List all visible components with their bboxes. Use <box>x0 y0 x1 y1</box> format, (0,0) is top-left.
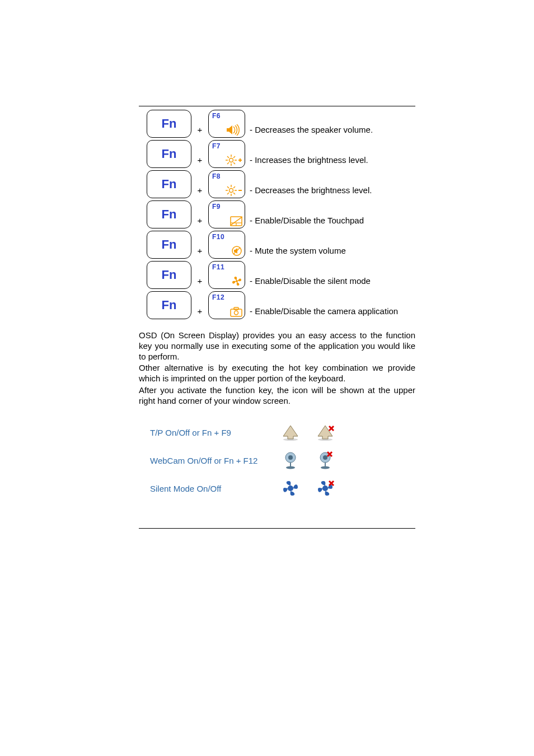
f11-label: F11 <box>212 263 224 271</box>
f10-label: F10 <box>212 233 224 241</box>
svg-point-35 <box>283 438 298 441</box>
svg-point-44 <box>323 455 327 460</box>
webcam-on-osd-icon <box>273 451 308 470</box>
svg-line-18 <box>227 186 229 188</box>
osd-label: Silent Mode On/Off <box>139 484 273 493</box>
f6-description: - Decreases the speaker volume. <box>250 125 373 134</box>
fn-key: Fn <box>147 110 191 138</box>
fn-key: Fn <box>147 140 191 168</box>
plus-sign: + <box>194 125 206 134</box>
bottom-rule <box>139 528 415 529</box>
osd-label: T/P On/Off or Fn + F9 <box>139 428 273 437</box>
key-combo-row: Fn + F12 - Enable/Disable the camera app… <box>139 291 415 319</box>
mute-icon <box>231 245 242 256</box>
silent-on-osd-icon <box>273 480 308 497</box>
plus-sign: + <box>194 246 206 255</box>
svg-line-9 <box>233 156 235 158</box>
key-combo-row: Fn + F11 - Enable/Disable the silent mod… <box>139 261 415 289</box>
svg-line-7 <box>227 156 229 158</box>
f9-description: - Enable/Disable the Touchpad <box>250 216 364 225</box>
camera-icon <box>230 307 242 317</box>
svg-line-20 <box>233 186 235 188</box>
svg-line-10 <box>227 162 229 164</box>
svg-point-42 <box>286 466 295 469</box>
f8-description: - Decreases the brightness level. <box>250 185 372 195</box>
plus-sign: + <box>194 216 206 225</box>
fn-key: Fn <box>147 291 191 319</box>
plus-sign: + <box>194 185 206 195</box>
osd-paragraph-1: OSD (On Screen Display) provides you an … <box>139 330 415 362</box>
fn-key: Fn <box>147 231 191 259</box>
svg-rect-28 <box>234 250 235 252</box>
plus-sign: + <box>194 306 206 316</box>
f11-key: F11 <box>208 261 245 289</box>
f7-description: - Increases the brightness level. <box>250 155 368 165</box>
osd-row: T/P On/Off or Fn + F9 <box>139 418 415 446</box>
brightness-up-icon <box>226 155 242 166</box>
plus-sign: + <box>194 276 206 286</box>
f11-description: - Enable/Disable the silent mode <box>250 276 371 286</box>
svg-point-46 <box>321 466 330 469</box>
svg-line-21 <box>227 193 229 194</box>
osd-paragraph-3: After you activate the function key, the… <box>139 385 415 407</box>
f6-key: F6 <box>208 110 245 138</box>
osd-row: Silent Mode On/Off <box>139 474 415 502</box>
f12-label: F12 <box>212 293 224 301</box>
svg-rect-32 <box>231 309 242 316</box>
webcam-off-osd-icon <box>308 451 343 470</box>
key-combo-row: Fn + F10 - Mute the system volume <box>139 231 415 259</box>
svg-point-31 <box>236 280 238 282</box>
f8-key: F8 <box>208 170 245 198</box>
plus-sign: + <box>194 155 206 165</box>
svg-marker-1 <box>229 125 232 134</box>
fn-key: Fn <box>147 170 191 198</box>
key-combo-row: Fn + F7 <box>139 140 415 168</box>
svg-rect-0 <box>227 128 229 132</box>
touchpad-icon <box>230 216 242 226</box>
f12-description: - Enable/Disable the camera application <box>250 306 398 316</box>
f10-key: F10 <box>208 231 245 259</box>
brightness-down-icon <box>226 185 242 196</box>
key-combo-row: Fn + F6 - Decreases the speaker volume. <box>139 110 415 138</box>
svg-line-19 <box>233 193 235 194</box>
f10-description: - Mute the system volume <box>250 246 346 255</box>
fan-icon <box>231 276 242 287</box>
svg-rect-33 <box>234 307 238 310</box>
f8-label: F8 <box>212 172 221 180</box>
f9-label: F9 <box>212 203 221 211</box>
svg-point-36 <box>318 438 332 441</box>
volume-down-icon <box>227 124 242 136</box>
svg-point-40 <box>288 455 293 460</box>
svg-point-13 <box>229 189 233 193</box>
key-combo-row: Fn + F9 - Enable/Disable the Touchpad <box>139 200 415 228</box>
svg-point-49 <box>288 486 293 491</box>
f7-key: F7 <box>208 140 245 168</box>
touchpad-on-osd-icon <box>273 424 308 441</box>
osd-label: WebCam On/Off or Fn + F12 <box>139 456 273 465</box>
key-combo-row: Fn + F8 - Decr <box>139 170 415 198</box>
svg-point-34 <box>235 311 238 315</box>
f12-key: F12 <box>208 291 245 319</box>
svg-line-8 <box>233 162 235 164</box>
svg-point-2 <box>229 158 233 162</box>
osd-icon-table: T/P On/Off or Fn + F9 <box>139 418 415 502</box>
touchpad-off-osd-icon <box>308 424 343 441</box>
osd-paragraph-2: Other alternative is by executing the ho… <box>139 363 415 384</box>
fn-key: Fn <box>147 200 191 228</box>
f9-key: F9 <box>208 200 245 228</box>
f7-label: F7 <box>212 142 221 150</box>
silent-off-osd-icon <box>308 480 343 497</box>
top-rule <box>139 106 415 106</box>
osd-row: WebCam On/Off or Fn + F12 <box>139 446 415 474</box>
svg-point-50 <box>322 486 328 491</box>
fn-key: Fn <box>147 261 191 289</box>
f6-label: F6 <box>212 112 221 120</box>
